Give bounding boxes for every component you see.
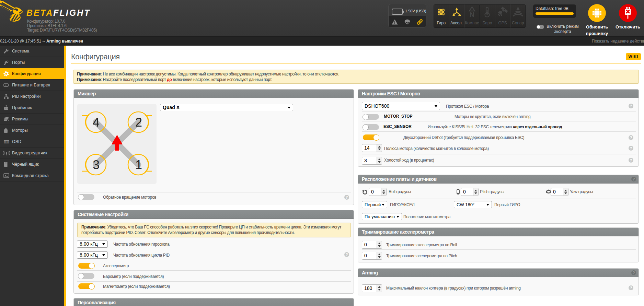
svg-text:1: 1	[135, 158, 142, 172]
svg-text:3: 3	[93, 158, 100, 172]
svg-text:N: N	[470, 11, 474, 17]
svg-text:OSD: OSD	[4, 141, 9, 143]
svg-text:2: 2	[135, 115, 142, 129]
svg-text:4: 4	[93, 115, 100, 129]
